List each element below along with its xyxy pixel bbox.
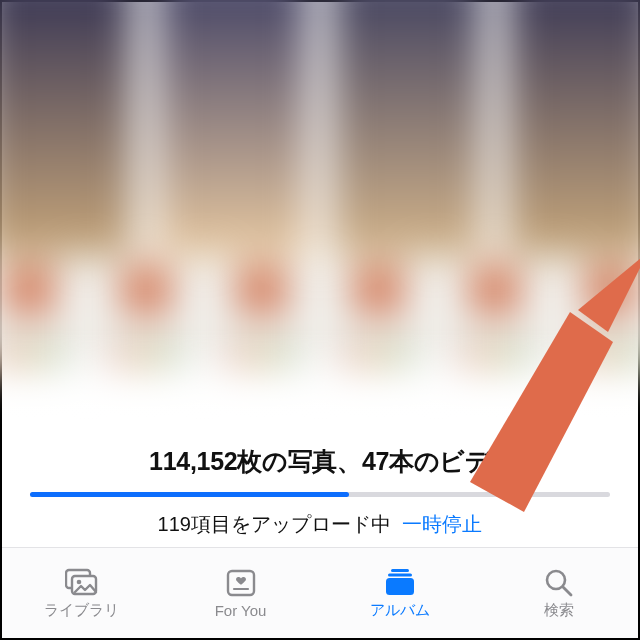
library-icon: [65, 567, 99, 597]
svg-rect-7: [391, 569, 409, 572]
tab-label: ライブラリ: [44, 601, 119, 620]
library-count-text: 114,152枚の写真、47本のビデ: [30, 445, 610, 478]
tab-albums[interactable]: アルバム: [320, 548, 479, 638]
search-icon: [542, 567, 576, 597]
svg-line-11: [563, 587, 571, 595]
upload-progress-bar: [30, 492, 610, 497]
tab-bar: ライブラリ For You アルバム 検索: [2, 547, 638, 638]
tab-label: 検索: [544, 601, 574, 620]
tab-label: アルバム: [370, 601, 430, 620]
pause-upload-link[interactable]: 一時停止: [402, 513, 482, 535]
upload-progress-fill: [30, 492, 349, 497]
tab-library[interactable]: ライブラリ: [2, 548, 161, 638]
svg-rect-9: [386, 578, 414, 595]
svg-rect-8: [388, 573, 412, 576]
albums-icon: [383, 567, 417, 597]
tab-label: For You: [215, 602, 267, 619]
tab-search[interactable]: 検索: [479, 548, 638, 638]
upload-status-text: 119項目をアップロード中: [158, 513, 391, 535]
tab-for-you[interactable]: For You: [161, 548, 320, 638]
upload-status-line: 119項目をアップロード中 一時停止: [30, 511, 610, 538]
for-you-icon: [224, 568, 258, 598]
svg-point-4: [76, 579, 81, 584]
